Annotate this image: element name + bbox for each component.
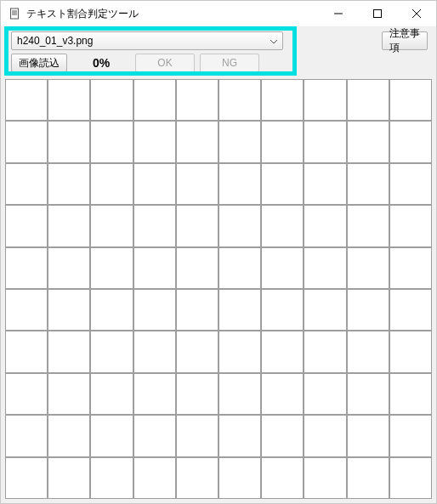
grid-cell[interactable]: [176, 289, 218, 331]
grid-cell[interactable]: [389, 79, 432, 121]
grid-cell[interactable]: [261, 247, 304, 289]
grid-cell[interactable]: [389, 121, 432, 162]
grid-cell[interactable]: [347, 163, 389, 205]
grid-cell[interactable]: [133, 247, 176, 289]
grid-cell[interactable]: [176, 163, 218, 205]
grid-cell[interactable]: [218, 121, 261, 162]
ng-button[interactable]: NG: [200, 54, 259, 72]
grid-cell[interactable]: [218, 247, 261, 289]
grid-cell[interactable]: [48, 415, 90, 456]
grid-cell[interactable]: [90, 247, 133, 289]
grid-cell[interactable]: [261, 289, 304, 331]
grid-cell[interactable]: [176, 415, 218, 456]
grid-cell[interactable]: [261, 331, 304, 372]
grid-cell[interactable]: [176, 331, 218, 372]
grid-cell[interactable]: [218, 205, 261, 246]
grid-cell[interactable]: [48, 331, 90, 372]
grid-cell[interactable]: [5, 205, 48, 246]
grid-cell[interactable]: [48, 373, 90, 415]
grid-cell[interactable]: [218, 415, 261, 456]
grid-cell[interactable]: [347, 331, 389, 372]
grid-cell[interactable]: [5, 247, 48, 289]
grid-cell[interactable]: [176, 247, 218, 289]
grid-cell[interactable]: [304, 205, 346, 246]
grid-cell[interactable]: [133, 163, 176, 205]
grid-cell[interactable]: [176, 205, 218, 246]
grid-cell[interactable]: [90, 205, 133, 246]
grid-cell[interactable]: [176, 79, 218, 121]
grid-cell[interactable]: [5, 79, 48, 121]
grid-cell[interactable]: [133, 205, 176, 246]
grid-cell[interactable]: [48, 457, 90, 499]
grid-cell[interactable]: [5, 331, 48, 372]
grid-cell[interactable]: [5, 121, 48, 162]
grid-cell[interactable]: [176, 457, 218, 499]
grid-cell[interactable]: [5, 289, 48, 331]
grid-cell[interactable]: [304, 163, 346, 205]
grid-cell[interactable]: [261, 205, 304, 246]
grid-cell[interactable]: [48, 205, 90, 246]
load-image-button[interactable]: 画像読込: [11, 54, 67, 72]
grid-cell[interactable]: [176, 121, 218, 162]
grid-cell[interactable]: [389, 205, 432, 246]
grid-cell[interactable]: [133, 457, 176, 499]
grid-cell[interactable]: [90, 289, 133, 331]
grid-cell[interactable]: [5, 415, 48, 456]
grid-cell[interactable]: [176, 373, 218, 415]
grid-cell[interactable]: [48, 163, 90, 205]
grid-cell[interactable]: [304, 79, 346, 121]
grid-cell[interactable]: [304, 373, 346, 415]
grid-cell[interactable]: [133, 373, 176, 415]
grid-cell[interactable]: [347, 121, 389, 162]
grid-cell[interactable]: [218, 289, 261, 331]
grid-cell[interactable]: [304, 121, 346, 162]
grid-cell[interactable]: [261, 457, 304, 499]
grid-cell[interactable]: [5, 163, 48, 205]
grid-cell[interactable]: [261, 79, 304, 121]
maximize-button[interactable]: [358, 1, 397, 26]
grid-cell[interactable]: [133, 415, 176, 456]
grid-cell[interactable]: [389, 247, 432, 289]
grid-cell[interactable]: [304, 415, 346, 456]
grid-cell[interactable]: [347, 289, 389, 331]
grid-cell[interactable]: [389, 457, 432, 499]
grid-cell[interactable]: [218, 457, 261, 499]
grid-cell[interactable]: [218, 163, 261, 205]
grid-cell[interactable]: [133, 331, 176, 372]
minimize-button[interactable]: [319, 1, 358, 26]
grid-cell[interactable]: [48, 79, 90, 121]
grid-cell[interactable]: [133, 289, 176, 331]
ok-button[interactable]: OK: [135, 54, 195, 72]
grid-cell[interactable]: [389, 331, 432, 372]
grid-cell[interactable]: [90, 79, 133, 121]
grid-cell[interactable]: [133, 79, 176, 121]
grid[interactable]: [5, 79, 432, 499]
close-button[interactable]: [397, 1, 436, 26]
grid-cell[interactable]: [48, 289, 90, 331]
grid-cell[interactable]: [347, 79, 389, 121]
grid-cell[interactable]: [304, 457, 346, 499]
grid-cell[interactable]: [347, 373, 389, 415]
grid-cell[interactable]: [218, 373, 261, 415]
grid-cell[interactable]: [347, 457, 389, 499]
grid-cell[interactable]: [347, 205, 389, 246]
grid-cell[interactable]: [90, 163, 133, 205]
grid-cell[interactable]: [304, 247, 346, 289]
file-dropdown[interactable]: h240_01_v3.png: [11, 31, 283, 50]
grid-cell[interactable]: [90, 331, 133, 372]
grid-cell[interactable]: [389, 415, 432, 456]
notes-button[interactable]: 注意事項: [382, 31, 428, 50]
grid-cell[interactable]: [261, 415, 304, 456]
grid-cell[interactable]: [90, 415, 133, 456]
grid-cell[interactable]: [389, 163, 432, 205]
grid-cell[interactable]: [218, 79, 261, 121]
grid-cell[interactable]: [347, 415, 389, 456]
grid-cell[interactable]: [261, 373, 304, 415]
grid-cell[interactable]: [261, 121, 304, 162]
grid-cell[interactable]: [90, 457, 133, 499]
grid-cell[interactable]: [304, 331, 346, 372]
grid-cell[interactable]: [133, 121, 176, 162]
grid-cell[interactable]: [218, 331, 261, 372]
grid-cell[interactable]: [5, 457, 48, 499]
grid-cell[interactable]: [48, 121, 90, 162]
